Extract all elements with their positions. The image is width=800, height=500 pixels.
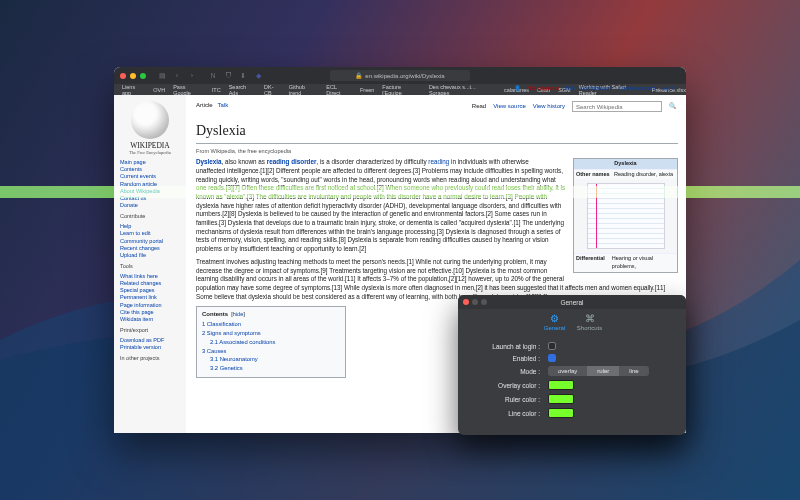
download-icon[interactable]: ⬇ bbox=[239, 72, 247, 80]
table-of-contents: Contents [hide] 1 Classification2 Signs … bbox=[196, 306, 346, 378]
sidebar-item[interactable]: Special pages bbox=[120, 287, 180, 293]
seg-ruler[interactable]: ruler bbox=[587, 366, 619, 376]
toc-item[interactable]: 3 Causes bbox=[202, 348, 340, 356]
forward-icon[interactable]: › bbox=[188, 72, 196, 80]
label-ruler-color: Ruler color : bbox=[468, 396, 540, 403]
label-overlay-color: Overlay color : bbox=[468, 382, 540, 389]
bookmark-item[interactable]: Pass Google bbox=[173, 84, 204, 95]
checkbox-launch-at-login[interactable] bbox=[548, 342, 556, 350]
wikipedia-wordmark: WIKIPEDIAThe Free Encyclopedia bbox=[120, 141, 180, 155]
bookmark-item[interactable]: Search Ads bbox=[229, 84, 256, 95]
link[interactable]: reading disorder bbox=[267, 158, 317, 165]
seg-line[interactable]: line bbox=[619, 366, 648, 376]
bookmark-item[interactable]: Facture l'Equipe bbox=[382, 84, 421, 95]
sidebar-heading: Tools bbox=[120, 263, 180, 269]
checkbox-enabled[interactable] bbox=[548, 354, 556, 362]
prefs-tab-shortcuts[interactable]: ⌘Shortcuts bbox=[573, 313, 607, 331]
link-create-account[interactable]: Create account bbox=[618, 85, 655, 91]
sidebar-item[interactable]: Main page bbox=[120, 159, 180, 165]
bookmark-item[interactable]: Liens app bbox=[122, 84, 145, 95]
prefs-close-icon[interactable] bbox=[463, 299, 469, 305]
sidebar-heading: Contribute bbox=[120, 213, 180, 219]
back-icon[interactable]: ‹ bbox=[173, 72, 181, 80]
link[interactable]: Dyslexia bbox=[196, 158, 222, 165]
window-zoom-icon[interactable] bbox=[140, 73, 146, 79]
colorwell-overlay[interactable] bbox=[548, 380, 574, 390]
lock-icon: 🔒 bbox=[355, 72, 362, 79]
tab-read[interactable]: Read bbox=[472, 102, 486, 110]
toc-item[interactable]: 3.2 Genetics bbox=[210, 365, 340, 373]
sidebar-item[interactable]: Learn to edit bbox=[120, 230, 180, 236]
colorwell-line[interactable] bbox=[548, 408, 574, 418]
infobox-title: Dyslexia bbox=[574, 159, 677, 169]
bookmark-item[interactable]: Freen bbox=[360, 87, 374, 93]
label-launch: Launch at login : bbox=[468, 343, 540, 350]
window-close-icon[interactable] bbox=[120, 73, 126, 79]
toc-hide[interactable]: hide bbox=[233, 311, 243, 317]
wikipedia-globe-icon[interactable] bbox=[131, 101, 169, 139]
toc-item[interactable]: 1 Classification bbox=[202, 321, 340, 329]
sidebar-item[interactable]: Download as PDF bbox=[120, 337, 180, 343]
page-subtitle: From Wikipedia, the free encyclopedia bbox=[196, 148, 678, 156]
sidebar-item[interactable]: Contents bbox=[120, 166, 180, 172]
infobox-image[interactable] bbox=[574, 179, 677, 253]
sidebar-heading: Print/export bbox=[120, 327, 180, 333]
link-talk[interactable]: Talk bbox=[565, 85, 575, 91]
url-bar[interactable]: 🔒 en.wikipedia.org/wiki/Dyslexia bbox=[330, 70, 470, 81]
prefs-zoom-icon bbox=[481, 299, 487, 305]
sidebar-item[interactable]: Community portal bbox=[120, 238, 180, 244]
sidebar-item[interactable]: Recent changes bbox=[120, 245, 180, 251]
bookmark-item[interactable]: DK-CB bbox=[264, 84, 281, 95]
window-minimize-icon[interactable] bbox=[130, 73, 136, 79]
sidebar-item[interactable]: What links here bbox=[120, 273, 180, 279]
page-title: Dyslexia bbox=[196, 121, 678, 140]
label-mode: Mode : bbox=[468, 368, 540, 375]
tab-view-source[interactable]: View source bbox=[493, 102, 526, 110]
sidebar-item[interactable]: Permanent link bbox=[120, 294, 180, 300]
prefs-titlebar: General bbox=[458, 295, 686, 309]
link-contributions[interactable]: Contributions bbox=[580, 85, 612, 91]
sidebar-heading: In other projects bbox=[120, 355, 180, 361]
bookmark-item[interactable]: Des chevaux s...t... Sorages bbox=[429, 84, 496, 95]
search-input[interactable] bbox=[572, 101, 662, 112]
sidebar-item[interactable]: Upload file bbox=[120, 252, 180, 258]
sidebar-item[interactable]: Related changes bbox=[120, 280, 180, 286]
command-icon: ⌘ bbox=[573, 313, 607, 324]
colorwell-ruler[interactable] bbox=[548, 394, 574, 404]
prefs-tab-general[interactable]: ⚙︎General bbox=[538, 313, 572, 331]
toc-item[interactable]: 2.1 Associated conditions bbox=[210, 339, 340, 347]
wiki-user-links: 👤 Not logged in Talk Contributions Creat… bbox=[510, 85, 676, 93]
sidebar-item[interactable]: About Wikipedia bbox=[120, 188, 180, 194]
toc-item[interactable]: 3.1 Neuroanatomy bbox=[210, 356, 340, 364]
sidebar-item[interactable]: Donate bbox=[120, 202, 180, 208]
ext-icon[interactable]: ◆ bbox=[254, 72, 262, 80]
toc-item[interactable]: 2 Signs and symptoms bbox=[202, 330, 340, 338]
label-enabled: Enabled : bbox=[468, 355, 540, 362]
tab-view-history[interactable]: View history bbox=[533, 102, 565, 110]
link-login[interactable]: Log in bbox=[661, 85, 676, 91]
sidebar-item[interactable]: Cite this page bbox=[120, 309, 180, 315]
sidebar-item[interactable]: Random article bbox=[120, 181, 180, 187]
prefs-minimize-icon bbox=[472, 299, 478, 305]
sidebar-item[interactable]: Help bbox=[120, 223, 180, 229]
bookmark-item[interactable]: Github trend bbox=[289, 84, 318, 95]
sidebar-item[interactable]: Printable version bbox=[120, 344, 180, 350]
tab-favicon-icon: N bbox=[209, 72, 217, 80]
bookmark-item[interactable]: ECL Direct bbox=[326, 84, 352, 95]
shield-icon[interactable]: ⛉ bbox=[224, 72, 232, 80]
not-logged-in: Not logged in bbox=[527, 85, 559, 91]
sidebar-item[interactable]: Contact us bbox=[120, 195, 180, 201]
bookmark-item[interactable]: OVH bbox=[153, 87, 165, 93]
search-icon[interactable]: 🔍 bbox=[669, 102, 676, 110]
tab-article[interactable]: Article bbox=[196, 102, 213, 108]
link[interactable]: reading bbox=[428, 158, 449, 165]
mode-segmented-control: overlay ruler line bbox=[548, 366, 649, 376]
seg-overlay[interactable]: overlay bbox=[548, 366, 587, 376]
sidebar-item[interactable]: Wikidata item bbox=[120, 316, 180, 322]
sidebar-item[interactable]: Current events bbox=[120, 173, 180, 179]
sidebar-item[interactable]: Page information bbox=[120, 302, 180, 308]
bookmark-item[interactable]: ITC bbox=[212, 87, 221, 93]
sidebar-icon[interactable]: ▤ bbox=[158, 72, 166, 80]
person-icon: 👤 bbox=[514, 85, 521, 91]
tab-talk[interactable]: Talk bbox=[218, 102, 229, 108]
